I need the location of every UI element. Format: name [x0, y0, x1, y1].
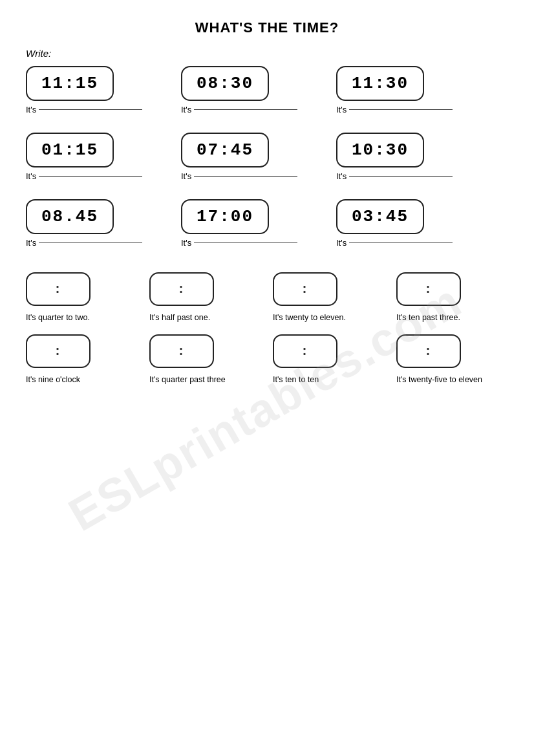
colon-2-2: :	[177, 344, 186, 359]
blank-1-2	[194, 109, 297, 110]
fill-display-1-2[interactable]: :	[149, 272, 214, 306]
write-label: Write:	[26, 48, 51, 59]
clock-cell-3-2: 17:00 It's	[181, 199, 336, 248]
its-line-2-1: It's	[26, 171, 142, 181]
fill-label-2-2: It's quarter past three	[149, 374, 226, 385]
fill-cell-1-2: : It's half past one.	[149, 272, 261, 323]
write-row-1: 11:15 It's 08:30 It's 11:30 It's	[26, 66, 508, 117]
fill-cell-2-3: : It's ten to ten	[273, 334, 385, 385]
clock-cell-3-1: 08.45 It's	[26, 199, 181, 248]
clock-cell-3-3: 03:45 It's	[336, 199, 491, 248]
blank-2-1	[39, 176, 142, 177]
fill-cell-2-1: : It's nine o'clock	[26, 334, 138, 385]
clock-cell-1-2: 08:30 It's	[181, 66, 336, 114]
watermark: ESLprintables.com	[44, 186, 486, 628]
fill-cell-2-2: : It's quarter past three	[149, 334, 261, 385]
its-line-3-2: It's	[181, 238, 297, 248]
fill-cell-2-4: : It's twenty-five to eleven	[396, 334, 508, 385]
colon-2-4: :	[424, 344, 433, 359]
its-line-2-3: It's	[336, 171, 453, 181]
its-line-3-3: It's	[336, 238, 453, 248]
its-line-3-1: It's	[26, 238, 142, 248]
clock-display-2-2: 07:45	[181, 133, 269, 167]
colon-1-2: :	[177, 282, 186, 297]
colon-2-1: :	[54, 344, 63, 359]
fill-display-1-1[interactable]: :	[26, 272, 91, 306]
clock-display-1-3: 11:30	[336, 66, 424, 101]
clock-display-1-2: 08:30	[181, 66, 269, 101]
fill-label-2-1: It's nine o'clock	[26, 374, 80, 385]
fill-row-2: : It's nine o'clock : It's quarter past …	[26, 334, 508, 385]
clock-cell-2-1: 01:15 It's	[26, 133, 181, 181]
fill-cell-1-1: : It's quarter to two.	[26, 272, 138, 323]
clock-display-3-3: 03:45	[336, 199, 424, 234]
page-title: WHAT'S THE TIME?	[26, 19, 508, 36]
clock-display-2-1: 01:15	[26, 133, 114, 167]
clock-display-2-3: 10:30	[336, 133, 424, 167]
its-prefix-2-2: It's	[181, 171, 191, 181]
fill-row-1: : It's quarter to two. : It's half past …	[26, 272, 508, 323]
clock-display-3-1: 08.45	[26, 199, 114, 234]
its-prefix-3-3: It's	[336, 238, 347, 248]
clock-display-3-2: 17:00	[181, 199, 269, 234]
fill-label-2-4: It's twenty-five to eleven	[396, 374, 482, 385]
its-prefix-2-1: It's	[26, 171, 36, 181]
clock-cell-2-3: 10:30 It's	[336, 133, 491, 181]
clock-cell-1-3: 11:30 It's	[336, 66, 491, 114]
blank-3-3	[349, 243, 453, 243]
fill-display-1-3[interactable]: :	[273, 272, 337, 306]
fill-label-1-4: It's ten past three.	[396, 312, 460, 323]
fill-cell-1-3: : It's twenty to eleven.	[273, 272, 385, 323]
colon-1-3: :	[301, 282, 310, 297]
its-prefix-3-1: It's	[26, 238, 36, 248]
colon-1-1: :	[54, 282, 63, 297]
its-line-1-1: It's	[26, 105, 142, 114]
its-prefix-2-3: It's	[336, 171, 347, 181]
fill-display-2-3[interactable]: :	[273, 334, 337, 368]
fill-cell-1-4: : It's ten past three.	[396, 272, 508, 323]
its-prefix-1-3: It's	[336, 105, 347, 114]
fill-display-2-1[interactable]: :	[26, 334, 91, 368]
write-row-3: 08.45 It's 17:00 It's 03:45 It's	[26, 199, 508, 250]
fill-display-2-4[interactable]: :	[396, 334, 461, 368]
blank-3-1	[39, 243, 142, 243]
clock-display-1-1: 11:15	[26, 66, 114, 101]
fill-label-1-3: It's twenty to eleven.	[273, 312, 346, 323]
its-prefix-1-2: It's	[181, 105, 191, 114]
blank-3-2	[194, 243, 297, 243]
blank-1-3	[349, 109, 453, 110]
blank-1-1	[39, 109, 142, 110]
fill-label-1-1: It's quarter to two.	[26, 312, 90, 323]
fill-label-1-2: It's half past one.	[149, 312, 210, 323]
its-line-1-3: It's	[336, 105, 453, 114]
its-prefix-1-1: It's	[26, 105, 36, 114]
blank-2-3	[349, 176, 453, 177]
its-line-1-2: It's	[181, 105, 297, 114]
its-line-2-2: It's	[181, 171, 297, 181]
its-prefix-3-2: It's	[181, 238, 191, 248]
write-row-2: 01:15 It's 07:45 It's 10:30 It's	[26, 133, 508, 184]
fill-display-1-4[interactable]: :	[396, 272, 461, 306]
fill-display-2-2[interactable]: :	[149, 334, 214, 368]
fill-label-2-3: It's ten to ten	[273, 374, 319, 385]
blank-2-2	[194, 176, 297, 177]
clock-cell-1-1: 11:15 It's	[26, 66, 181, 114]
colon-1-4: :	[424, 282, 433, 297]
clock-cell-2-2: 07:45 It's	[181, 133, 336, 181]
colon-2-3: :	[301, 344, 310, 359]
